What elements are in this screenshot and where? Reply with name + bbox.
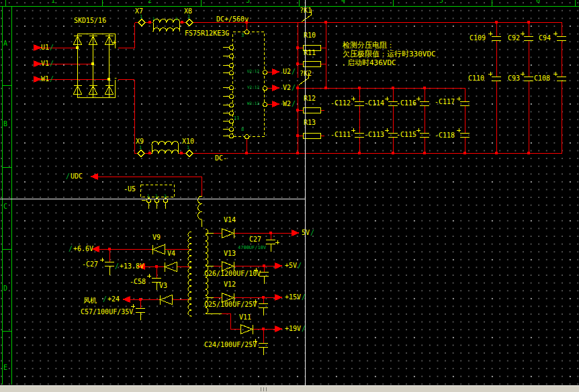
connector-diamond-x10 — [186, 150, 193, 157]
net-junctions — [108, 21, 530, 330]
main-bus-cap-wires — [497, 23, 529, 154]
connector-diamond-x7 — [138, 19, 145, 26]
annotation-line-2: 欠压极限值：运行时330VDC — [343, 50, 436, 58]
label-u5[interactable]: -U5 — [124, 186, 136, 193]
pin-igbt-8: 8 — [241, 128, 244, 132]
label-x9[interactable]: X9 — [136, 138, 144, 145]
pin-igbt-3: 3 — [241, 34, 244, 38]
pin-coil-2: 2 — [175, 17, 178, 21]
bridge-rectifier-skd15-16[interactable] — [74, 34, 116, 98]
label-c115[interactable]: -C115 — [396, 132, 416, 138]
port-plus5v[interactable]: +5V/ — [285, 262, 302, 269]
label-v11[interactable]: V11 — [239, 314, 251, 321]
label-bridge[interactable]: SKD15/16 — [74, 17, 106, 24]
label-igbt[interactable]: FS75R12KE3G — [185, 30, 229, 37]
label-c108[interactable]: C108 — [534, 75, 550, 82]
ruler-col-5: 5 — [439, 0, 443, 4]
label-c112[interactable]: -C112 — [330, 100, 351, 107]
pin-x7-1: 1 — [140, 15, 142, 19]
horizontal-scrollbar[interactable] — [0, 385, 579, 392]
label-c109[interactable]: C109 — [470, 35, 486, 42]
label-c116[interactable]: -C116 — [396, 100, 416, 107]
port-5v[interactable]: 5V/ — [302, 230, 315, 236]
port-u2[interactable]: U2/ — [283, 68, 296, 75]
label-c25[interactable]: C25/100UF/25V — [204, 301, 257, 308]
port-udc[interactable]: /UDC — [65, 173, 83, 180]
label-c27-aux[interactable]: -C27 — [82, 261, 98, 268]
ruler-col-3: 3 — [246, 0, 250, 4]
label-c27-main-value: 4700UF/10V — [238, 246, 266, 250]
scrollbar-grip[interactable] — [261, 387, 269, 391]
pin-igbt-11: 11 — [234, 116, 239, 121]
port-15v[interactable]: +15V/ — [285, 294, 306, 301]
ruler-row-e: E — [3, 364, 7, 371]
pin-coil-1: 1 — [152, 17, 155, 21]
label-bridge-plus: + — [112, 40, 116, 46]
ruler-col-2: 2 — [148, 0, 152, 4]
connector-diamond-x8 — [186, 19, 193, 26]
pin-u5-3: 3 — [164, 194, 167, 198]
ruler-col-1: 1 — [51, 0, 55, 4]
port-u1[interactable]: U1/ — [41, 44, 54, 51]
ref-w2: W2:12 — [247, 101, 259, 105]
label-x10[interactable]: X10 — [182, 138, 194, 145]
label-c118[interactable]: -C118 — [435, 132, 455, 139]
label-v13[interactable]: V13 — [224, 250, 236, 257]
label-k1[interactable]: ?K1 — [300, 7, 312, 14]
schematic-canvas[interactable]: 1 2 3 4 5 6 A B C D E SKD15/16 X7 X8 DC+… — [0, 0, 579, 392]
pin-x8-1: 1 — [187, 15, 190, 19]
port-v2[interactable]: V2/ — [283, 85, 296, 91]
ref-v2: V2:12 — [247, 85, 259, 89]
label-c113[interactable]: -C113 — [364, 132, 384, 138]
label-c114[interactable]: -C114 — [364, 100, 384, 107]
pin-x9-1: 1 — [139, 146, 142, 150]
label-v14[interactable]: V14 — [224, 217, 236, 224]
label-c57[interactable]: C57/100UF/35V — [81, 309, 133, 315]
label-c58[interactable]: -C58 — [130, 279, 146, 285]
port-w2[interactable]: W2/ — [283, 101, 296, 107]
ruler-row-b: B — [3, 121, 7, 128]
port-w1[interactable]: W1/ — [41, 76, 54, 83]
label-v9[interactable]: V9 — [152, 234, 161, 241]
crosshair-vertical-line — [305, 0, 306, 385]
pin-u5-2: 2 — [155, 194, 158, 198]
port-24v[interactable]: /+24 — [102, 296, 120, 303]
aux-power-transformer[interactable] — [188, 196, 222, 316]
ruler-row-c: C — [3, 203, 7, 210]
ref-u2: U2:12 — [247, 69, 259, 73]
udc-net — [98, 177, 202, 197]
label-c117[interactable]: -C117 — [435, 99, 455, 105]
port-6v6[interactable]: /+6.6V — [68, 246, 93, 252]
label-c26[interactable]: C26/1200UF/10V — [204, 271, 261, 277]
pin-x10-1: 1 — [187, 146, 189, 150]
ruler-row-a: A — [3, 40, 7, 47]
pin-u5-1: 1 — [147, 194, 150, 198]
label-dc-plus[interactable]: DC+/560v — [216, 16, 249, 23]
ruler-col-6: 6 — [536, 0, 540, 4]
label-c93[interactable]: C93 — [508, 75, 520, 82]
label-v4[interactable]: V4 — [167, 250, 175, 257]
label-bridge-minus: - — [114, 75, 118, 81]
label-c27-main[interactable]: C27 — [249, 236, 261, 243]
label-dc-minus[interactable]: DC- — [215, 155, 227, 162]
annotation-line-3: ，启动时436VDC — [340, 59, 396, 66]
igbt-module-fs75r12ke3g[interactable] — [223, 30, 267, 139]
connector-diamond-x9 — [138, 150, 144, 157]
port-v1[interactable]: V1/ — [41, 60, 54, 67]
ruler-row-d: D — [3, 285, 7, 292]
label-v3[interactable]: V3 — [159, 283, 167, 289]
port-19v[interactable]: +19V/ — [285, 326, 306, 332]
label-k2[interactable]: ?K2 — [300, 70, 312, 77]
label-fan[interactable]: 风机 — [83, 297, 97, 304]
label-c111[interactable]: -C111 — [330, 132, 351, 138]
crosshair-horizontal-line — [0, 199, 306, 199]
label-c94[interactable]: C94 — [539, 35, 551, 42]
label-c110[interactable]: C110 — [468, 75, 484, 82]
ruler-col-4: 4 — [341, 0, 345, 4]
annotation-line-1: 检测分压电阻： — [343, 42, 394, 49]
label-c92[interactable]: C92 — [508, 35, 520, 42]
label-c24[interactable]: C24/100UF/25V — [204, 342, 257, 348]
port-13v8[interactable]: /+13.8V — [114, 263, 144, 270]
label-v12[interactable]: V12 — [224, 281, 236, 288]
